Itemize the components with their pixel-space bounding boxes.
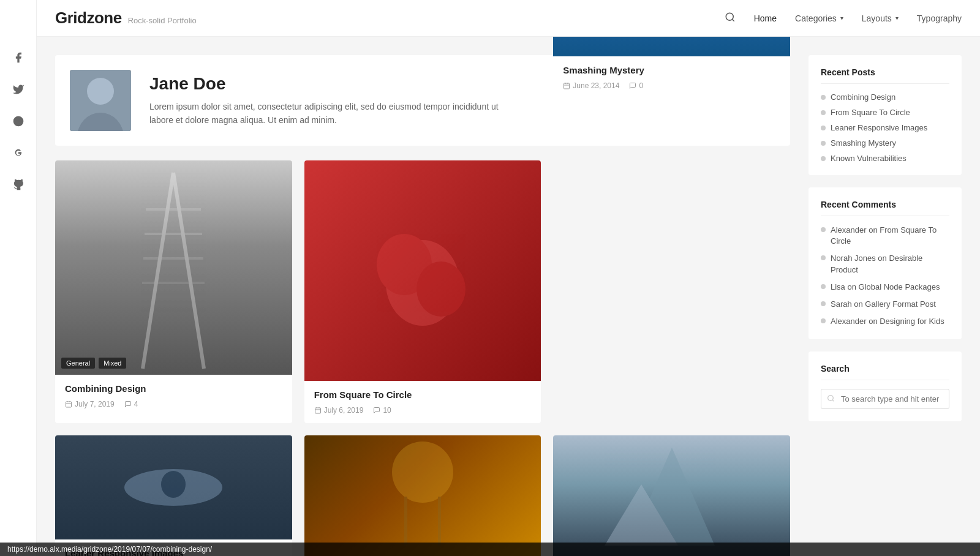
dot-icon [821,126,826,130]
post-content: Combining Design July 7, 2019 4 [55,375,292,417]
post-link[interactable]: Smashing Mystery [831,138,896,148]
post-card[interactable]: General Mixed Combining Design July 7, 2… [55,160,292,423]
list-item[interactable]: Norah Jones on Desirable Product [821,253,949,275]
post-link[interactable]: Leaner Responsive Images [831,123,927,132]
svg-rect-19 [315,408,320,413]
post-meta: June 23, 2014 0 [563,81,780,90]
dot-icon [821,284,826,289]
dot-icon [821,110,826,115]
svg-line-7 [173,173,204,369]
status-bar: https://demo.alx.media/gridzone/2019/07/… [0,543,980,556]
dot-icon [821,301,826,306]
list-item[interactable]: Alexander on Designing for Kids [821,316,949,327]
svg-point-48 [828,395,834,400]
svg-rect-38 [564,83,570,89]
list-item[interactable]: From Square To Circle [821,108,949,117]
svg-rect-30 [404,497,407,546]
svg-rect-12 [66,402,72,407]
list-item[interactable]: Combining Design [821,92,949,102]
svg-point-4 [87,78,114,105]
brand-name[interactable]: Gridzone [55,9,122,28]
content-area: Jane Doe Lorem ipsum dolor sit amet, con… [55,55,790,556]
right-sidebar: Recent Posts Combining Design From Squar… [809,55,962,556]
list-item[interactable]: Known Vulnerabilities [821,154,949,163]
page-body: Jane Doe Lorem ipsum dolor sit amet, con… [37,37,980,556]
main-wrapper: Gridzone Rock-solid Portfolio Home Categ… [37,0,980,556]
navbar: Gridzone Rock-solid Portfolio Home Categ… [37,0,980,37]
post-tag: Mixed [99,358,126,369]
svg-rect-31 [438,497,441,546]
search-input[interactable] [821,389,949,409]
twitter-icon[interactable] [10,81,27,98]
left-sidebar [0,0,37,556]
post-tags: General Mixed [61,358,126,369]
post-link[interactable]: Known Vulnerabilities [831,154,907,163]
dot-icon [821,318,826,323]
nav-home[interactable]: Home [754,13,777,23]
post-date: July 7, 2019 [65,400,115,408]
svg-line-2 [732,19,734,21]
list-item[interactable]: Smashing Mystery [821,138,949,148]
post-comments: 0 [629,81,643,90]
github-icon[interactable] [10,176,27,193]
svg-point-18 [417,261,466,317]
post-comments: 4 [124,400,138,408]
post-link[interactable]: Combining Design [831,92,895,102]
post-card[interactable] [553,435,790,556]
search-widget: Search [809,351,962,421]
author-info: Jane Doe Lorem ipsum dolor sit amet, con… [149,74,505,127]
facebook-icon[interactable] [10,49,27,66]
post-title: Combining Design [65,383,282,394]
list-item[interactable]: Alexander on From Square To Circle [821,225,949,247]
dot-icon [821,141,826,146]
list-item[interactable]: Lisa on Global Node Packages [821,282,949,293]
nav-links: Home Categories ▾ Layouts ▾ Typography [725,12,962,25]
recent-posts-widget: Recent Posts Combining Design From Squar… [809,55,962,175]
post-meta: July 6, 2019 10 [314,406,532,415]
post-card[interactable]: Known Vulnerabilities June 14, 2014 2 [304,435,541,556]
author-name: Jane Doe [149,74,505,94]
post-content: Smashing Mystery June 23, 2014 0 [553,56,790,99]
post-date: June 23, 2014 [563,81,619,90]
svg-point-1 [726,13,733,20]
post-tag: General [61,358,95,369]
dot-icon [821,156,826,161]
svg-line-6 [143,173,173,369]
recent-posts-title: Recent Posts [821,67,949,84]
dot-icon [821,227,826,232]
post-card[interactable]: Leaner Responsive Images July 16, 2014 1 [55,435,292,556]
svg-point-0 [13,116,23,127]
nav-categories[interactable]: Categories ▾ [795,13,843,23]
search-icon [827,394,835,404]
post-date: July 6, 2019 [314,406,364,415]
recent-posts-list: Combining Design From Square To Circle L… [821,92,949,163]
brand: Gridzone Rock-solid Portfolio [55,9,197,28]
comment-text: Alexander on From Square To Circle [821,225,949,247]
google-icon[interactable] [10,145,27,162]
author-bio: Lorem ipsum dolor sit amet, consectetur … [149,100,505,127]
post-link[interactable]: From Square To Circle [831,108,910,117]
comment-text: Alexander on Designing for Kids [821,316,944,327]
search-icon[interactable] [725,12,736,25]
brand-tagline: Rock-solid Portfolio [128,16,197,25]
post-content: From Square To Circle July 6, 2019 10 [304,381,541,423]
post-title: From Square To Circle [314,389,532,400]
post-card[interactable]: From Square To Circle July 6, 2019 10 [304,160,541,423]
list-item[interactable]: Sarah on Gallery Format Post [821,299,949,310]
list-item[interactable]: Leaner Responsive Images [821,123,949,132]
nav-layouts[interactable]: Layouts ▾ [862,13,899,23]
post-title: Smashing Mystery [563,65,780,75]
comment-text: Sarah on Gallery Format Post [821,299,936,310]
author-avatar [70,70,131,131]
dot-icon [821,255,826,260]
dribbble-icon[interactable] [10,113,27,130]
post-comments: 10 [373,406,391,415]
svg-line-49 [832,400,834,401]
post-meta: July 7, 2019 4 [65,400,282,408]
svg-point-24 [161,471,186,498]
recent-comments-list: Alexander on From Square To Circle Norah… [821,225,949,327]
svg-point-29 [392,441,453,503]
nav-typography[interactable]: Typography [917,13,962,23]
recent-comments-widget: Recent Comments Alexander on From Square… [809,187,962,339]
dot-icon [821,95,826,100]
